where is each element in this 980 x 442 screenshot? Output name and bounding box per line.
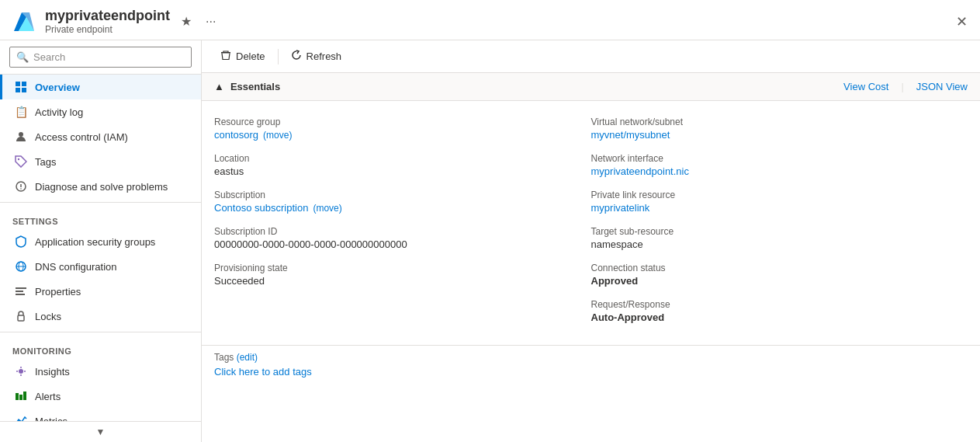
refresh-button[interactable]: Refresh xyxy=(285,47,348,66)
svg-point-11 xyxy=(20,188,22,190)
svg-rect-15 xyxy=(16,287,26,289)
provisioning-state-value: Succeeded xyxy=(214,275,582,287)
sidebar-item-access-control-label: Access control (IAM) xyxy=(35,131,128,143)
sidebar-item-diagnose[interactable]: Diagnose and solve problems xyxy=(0,174,201,199)
provisioning-state-label: Provisioning state xyxy=(214,263,582,273)
vnet-label: Virtual network/subnet xyxy=(591,117,959,127)
subscription-move-link[interactable]: (move) xyxy=(313,203,341,214)
collapse-chevron-icon[interactable]: ▲ xyxy=(214,81,224,92)
subscription-link[interactable]: Contoso subscription xyxy=(214,202,308,214)
sidebar-item-insights-label: Insights xyxy=(35,366,70,378)
essentials-right-col: Virtual network/subnet myvnet/mysubnet N… xyxy=(591,110,968,329)
sidebar-item-tags[interactable]: Tags xyxy=(0,149,201,174)
svg-rect-4 xyxy=(22,82,26,86)
connection-status-label: Connection status xyxy=(591,263,959,273)
resource-group-move-link[interactable]: (move) xyxy=(263,130,292,141)
diagnose-icon xyxy=(15,180,27,193)
monitoring-divider xyxy=(0,332,201,332)
request-response-value: Auto-Approved xyxy=(591,311,959,323)
connection-status-field: Connection status Approved xyxy=(591,256,968,293)
sidebar-item-overview[interactable]: Overview xyxy=(0,75,201,99)
toolbar-divider xyxy=(278,49,279,64)
tags-icon xyxy=(15,155,27,168)
click-here-to-add-tags-link[interactable]: Click here to add tags xyxy=(214,366,312,378)
tags-add-row: Click here to add tags xyxy=(214,366,968,378)
resource-type: Private endpoint xyxy=(45,24,170,35)
sidebar-item-locks-label: Locks xyxy=(35,311,61,322)
monitoring-section-label: Monitoring xyxy=(0,336,201,359)
tags-edit-link[interactable]: (edit) xyxy=(237,352,258,363)
connection-status-value: Approved xyxy=(591,275,959,287)
svg-rect-18 xyxy=(18,315,24,321)
view-cost-link[interactable]: View Cost xyxy=(843,81,888,92)
vnet-link[interactable]: myvnet/mysubnet xyxy=(591,129,670,141)
json-view-link[interactable]: JSON View xyxy=(916,81,968,92)
location-label: Location xyxy=(214,153,582,164)
azure-logo-icon xyxy=(12,9,37,34)
sidebar-item-access-control[interactable]: Access control (IAM) xyxy=(0,124,201,149)
essentials-grid: Resource group contosorg (move) Location… xyxy=(202,101,980,342)
favorite-star-button[interactable]: ★ xyxy=(178,11,195,32)
sidebar-item-insights[interactable]: Insights xyxy=(0,359,201,384)
main-layout: 🔍 Search Overview 📋 Activity log xyxy=(0,40,980,442)
sidebar-item-app-security-groups[interactable]: Application security groups xyxy=(0,229,201,254)
sidebar-scroll-down[interactable]: ▼ xyxy=(0,421,201,442)
sidebar-item-tags-label: Tags xyxy=(35,156,56,168)
close-icon: ✕ xyxy=(956,14,968,30)
sidebar-item-app-security-groups-label: Application security groups xyxy=(35,236,155,248)
insights-icon xyxy=(15,365,27,378)
sidebar-item-alerts[interactable]: Alerts xyxy=(0,384,201,409)
sidebar-search-container: 🔍 Search xyxy=(0,40,201,75)
delete-icon xyxy=(220,50,231,63)
sidebar-item-properties-label: Properties xyxy=(35,286,81,298)
close-button[interactable]: ✕ xyxy=(956,13,968,30)
target-sub-resource-field: Target sub-resource namespace xyxy=(591,220,968,256)
sidebar-item-metrics[interactable]: Metrics xyxy=(0,409,201,421)
app-security-groups-icon xyxy=(15,235,27,248)
resource-group-field: Resource group contosorg (move) xyxy=(214,110,591,147)
svg-rect-5 xyxy=(16,88,20,92)
svg-rect-21 xyxy=(19,395,23,400)
target-sub-resource-label: Target sub-resource xyxy=(591,226,959,237)
essentials-area: ▲ Essentials View Cost | JSON View Resou… xyxy=(202,73,980,442)
private-link-link[interactable]: myprivatelink xyxy=(591,202,650,214)
svg-rect-17 xyxy=(16,294,25,295)
sidebar-item-properties[interactable]: Properties xyxy=(0,279,201,304)
locks-icon xyxy=(15,310,27,322)
subscription-id-value: 00000000-0000-0000-0000-000000000000 xyxy=(214,238,582,250)
tags-label: Tags (edit) xyxy=(214,352,968,363)
nic-link[interactable]: myprivateendpoint.nic xyxy=(591,165,689,177)
target-sub-resource-value: namespace xyxy=(591,238,959,250)
sidebar-item-dns-configuration[interactable]: DNS configuration xyxy=(0,254,201,279)
settings-section-label: Settings xyxy=(0,206,201,229)
sidebar-nav: Overview 📋 Activity log Access control (… xyxy=(0,75,201,421)
svg-rect-6 xyxy=(22,88,26,92)
essentials-header: ▲ Essentials View Cost | JSON View xyxy=(202,73,980,101)
resource-group-link[interactable]: contosorg xyxy=(214,129,258,141)
header-separator: | xyxy=(901,81,903,92)
sidebar-item-alerts-label: Alerts xyxy=(35,391,61,402)
search-placeholder: Search xyxy=(33,51,65,63)
nic-field: Network interface myprivateendpoint.nic xyxy=(591,147,968,183)
overview-icon xyxy=(15,81,27,93)
sidebar-item-activity-log[interactable]: 📋 Activity log xyxy=(0,99,201,124)
header: myprivateendpoint Private endpoint ★ ···… xyxy=(0,0,980,40)
search-input-wrapper[interactable]: 🔍 Search xyxy=(9,47,192,68)
header-left: myprivateendpoint Private endpoint ★ ··· xyxy=(12,8,219,35)
more-options-button[interactable]: ··· xyxy=(203,12,219,32)
private-link-field: Private link resource myprivatelink xyxy=(591,183,968,220)
essentials-header-actions: View Cost | JSON View xyxy=(843,81,968,92)
ellipsis-icon: ··· xyxy=(206,15,216,28)
essentials-left-col: Resource group contosorg (move) Location… xyxy=(214,110,591,329)
svg-rect-23 xyxy=(221,52,230,54)
sidebar-item-locks[interactable]: Locks xyxy=(0,304,201,329)
resource-group-value: contosorg (move) xyxy=(214,129,582,141)
tags-section: Tags (edit) Click here to add tags xyxy=(202,345,980,390)
svg-rect-16 xyxy=(16,291,23,292)
delete-button[interactable]: Delete xyxy=(214,47,272,66)
content-area: Delete Refresh ▲ Essentials View Cost | xyxy=(202,40,980,442)
metrics-icon xyxy=(15,415,27,421)
request-response-field: Request/Response Auto-Approved xyxy=(591,293,968,329)
resource-group-label: Resource group xyxy=(214,117,582,127)
essentials-title: Essentials xyxy=(230,81,280,92)
